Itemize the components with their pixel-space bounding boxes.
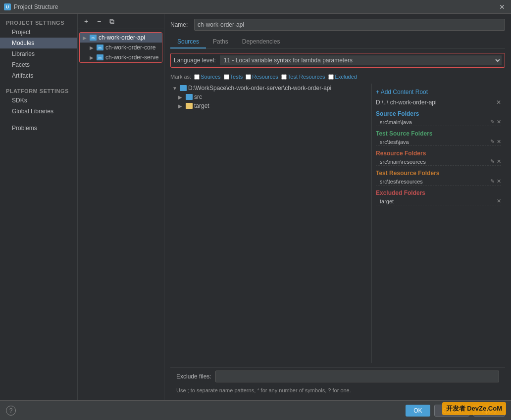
exclude-files-input[interactable] (215, 371, 499, 382)
module-icon-core: m (97, 45, 103, 50)
content-split: ▼ D:\WorkSpace\ch-work-order-server\ch-w… (170, 84, 505, 363)
tree-expand-target: ▶ (178, 103, 184, 109)
module-item-core[interactable]: ▶ m ch-work-order-core (80, 43, 162, 52)
tree-src-item[interactable]: ▶ src (170, 93, 371, 101)
sidebar-item-facets[interactable]: Facets (0, 59, 77, 70)
cancel-button[interactable]: Cancel (434, 405, 469, 417)
add-content-root-button[interactable]: + Add Content Root (376, 87, 501, 97)
name-row: Name: (170, 19, 505, 31)
source-folder-del-icon[interactable]: ✕ (497, 119, 501, 125)
sidebar-item-global-libraries[interactable]: Global Libraries (0, 106, 77, 117)
resource-folders-title: Resource Folders (376, 150, 501, 157)
test-resource-folders-title: Test Resource Folders (376, 170, 501, 177)
module-panel: + − ⧉ ▶ m ch-work-order-api ▶ m ch-work-… (78, 14, 164, 400)
close-icon[interactable]: ✕ (497, 2, 507, 12)
exclude-hint: Use ; to separate name patterns, * for a… (170, 385, 505, 395)
test-source-folder-entry-0: src\test\java ✎ ✕ (376, 138, 501, 146)
module-name-server: ch-work-order-serve (105, 54, 158, 61)
sidebar-item-problems[interactable]: Problems (0, 123, 77, 134)
expand-arrow-api: ▶ (83, 35, 88, 41)
test-source-folder-actions-0: ✎ ✕ (490, 139, 501, 145)
excluded-folders-title: Excluded Folders (376, 189, 501, 196)
test-source-folder-path-0: src\test\java (380, 139, 409, 145)
ok-button[interactable]: OK (406, 405, 430, 417)
test-source-folders-title: Test Source Folders (376, 130, 501, 137)
mark-resources[interactable]: Resources (246, 74, 278, 80)
content-root-close-icon[interactable]: ✕ (496, 99, 501, 106)
source-folder-path-0: src\main\java (380, 119, 412, 125)
excluded-folder-del-icon[interactable]: ✕ (497, 198, 501, 204)
test-resource-folder-path-0: src\test\resources (380, 179, 423, 185)
module-toolbar: + − ⧉ (78, 14, 164, 29)
source-folder-entry-0: src\main\java ✎ ✕ (376, 118, 501, 126)
expand-arrow-server: ▶ (90, 55, 95, 60)
content-root-path: D:\..\ ch-work-order-api ✕ (376, 97, 501, 107)
language-level-select[interactable]: 11 - Local variable syntax for lambda pa… (220, 55, 502, 65)
resource-folder-path-0: src\main\resources (380, 159, 426, 165)
help-icon[interactable]: ? (6, 406, 16, 416)
sidebar-item-sdks[interactable]: SDKs (0, 95, 77, 106)
title-bar: U Project Structure ✕ (0, 0, 511, 14)
apply-button[interactable]: Apply (473, 405, 505, 417)
mark-as-row: Mark as: Sources Tests Resources Test Re… (170, 74, 505, 80)
content-area: Name: Sources Paths Dependencies Languag… (164, 14, 511, 400)
mark-sources[interactable]: Sources (194, 74, 220, 80)
add-module-button[interactable]: + (81, 16, 92, 27)
test-resource-folder-edit-icon[interactable]: ✎ (490, 178, 495, 185)
excluded-folder-entry-0: target ✕ (376, 197, 501, 205)
mark-test-resources[interactable]: Test Resources (281, 74, 325, 80)
tab-sources[interactable]: Sources (170, 36, 206, 48)
tab-paths[interactable]: Paths (206, 36, 235, 48)
tree-target-label: target (194, 102, 209, 109)
mark-tests[interactable]: Tests (224, 74, 243, 80)
resource-folder-edit-icon[interactable]: ✎ (490, 158, 495, 165)
test-source-folder-edit-icon[interactable]: ✎ (490, 139, 495, 145)
file-tree: ▼ D:\WorkSpace\ch-work-order-server\ch-w… (170, 84, 371, 363)
tree-target-item[interactable]: ▶ target (170, 101, 371, 110)
copy-module-button[interactable]: ⧉ (106, 16, 117, 27)
right-panel: + Add Content Root D:\..\ ch-work-order-… (371, 84, 505, 363)
tabs-bar: Sources Paths Dependencies (170, 36, 505, 49)
sidebar-item-libraries[interactable]: Libraries (0, 48, 77, 59)
source-folder-actions-0: ✎ ✕ (490, 119, 501, 125)
test-source-folder-del-icon[interactable]: ✕ (497, 139, 501, 145)
bottom-buttons: OK Cancel Apply (406, 405, 505, 417)
mark-excluded[interactable]: Excluded (328, 74, 357, 80)
excluded-folder-path-0: target (380, 198, 394, 204)
source-folders-section: Source Folders src\main\java ✎ ✕ (376, 110, 501, 126)
module-item-api[interactable]: ▶ m ch-work-order-api (80, 33, 162, 43)
app-icon: U (4, 3, 11, 10)
module-group-bordered: ▶ m ch-work-order-api ▶ m ch-work-order-… (79, 32, 162, 63)
root-folder-icon (180, 85, 187, 91)
tab-dependencies[interactable]: Dependencies (235, 36, 287, 48)
source-folder-edit-icon[interactable]: ✎ (490, 119, 495, 125)
resource-folder-entry-0: src\main\resources ✎ ✕ (376, 158, 501, 166)
name-input[interactable] (194, 19, 505, 31)
sidebar-item-project[interactable]: Project (0, 27, 77, 38)
expand-arrow-core: ▶ (90, 45, 95, 50)
test-resource-folder-del-icon[interactable]: ✕ (497, 178, 501, 185)
test-source-folders-section: Test Source Folders src\test\java ✎ ✕ (376, 130, 501, 146)
tree-root-label: D:\WorkSpace\ch-work-order-server\ch-wor… (188, 85, 331, 92)
exclude-files-label: Exclude files: (176, 373, 211, 380)
sidebar-item-artifacts[interactable]: Artifacts (0, 70, 77, 81)
module-name-core: ch-work-order-core (105, 44, 155, 51)
resource-folder-actions-0: ✎ ✕ (490, 158, 501, 165)
test-resource-folder-actions-0: ✎ ✕ (490, 178, 501, 185)
target-folder-icon (186, 103, 193, 109)
module-item-server[interactable]: ▶ m ch-work-order-serve (80, 52, 162, 62)
language-level-label: Language level: (174, 57, 216, 64)
src-folder-icon (186, 94, 193, 100)
language-level-row: Language level: 11 - Local variable synt… (170, 53, 505, 68)
module-name-api: ch-work-order-api (99, 34, 145, 41)
name-label: Name: (170, 21, 190, 28)
resource-folder-del-icon[interactable]: ✕ (497, 158, 501, 165)
tree-root-item[interactable]: ▼ D:\WorkSpace\ch-work-order-server\ch-w… (170, 84, 371, 93)
sidebar-item-modules[interactable]: Modules (0, 38, 77, 48)
window-title: Project Structure (14, 3, 58, 10)
bottom-bar: ? OK Cancel Apply (0, 400, 511, 420)
remove-module-button[interactable]: − (94, 16, 104, 27)
sidebar: Project Settings Project Modules Librari… (0, 14, 78, 400)
tree-src-label: src (194, 93, 202, 100)
tree-expand-src: ▶ (178, 94, 184, 100)
